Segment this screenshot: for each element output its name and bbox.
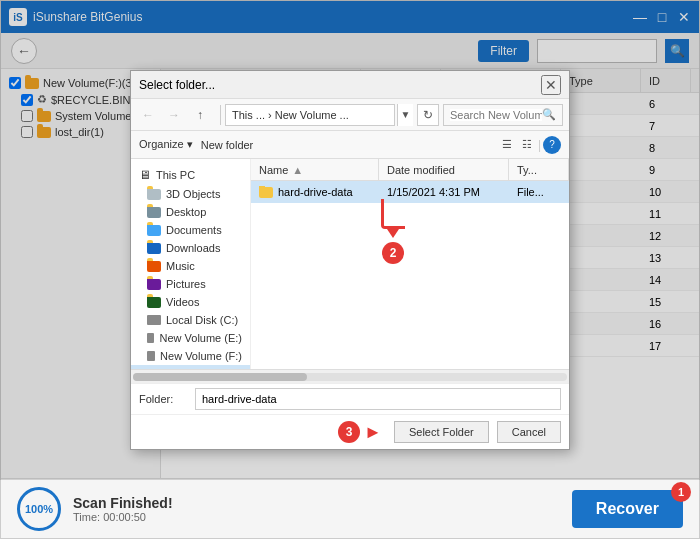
- folder-music-icon: [147, 261, 161, 272]
- dialog-search-input[interactable]: [450, 109, 542, 121]
- step3-annotation: 3 ►: [338, 421, 382, 443]
- dialog-body: 🖥 This PC 3D Objects Desktop Documents D…: [131, 159, 569, 369]
- sidebar-item-music[interactable]: Music: [131, 257, 250, 275]
- dialog-title: Select folder...: [139, 78, 215, 92]
- refresh-button[interactable]: ↻: [417, 104, 439, 126]
- sidebar-item-drivec[interactable]: Local Disk (C:): [131, 311, 250, 329]
- breadcrumb-container: This ... › New Volume ... ▼: [225, 104, 413, 126]
- folder-pics-icon: [147, 279, 161, 290]
- folder-dialog: Select folder... ✕ ← → ↑ This ... › New …: [130, 70, 570, 450]
- dialog-titlebar: Select folder... ✕: [131, 71, 569, 99]
- scan-time: Time: 00:00:50: [73, 511, 572, 523]
- step3-arrow: ►: [364, 422, 382, 443]
- folder-input[interactable]: [195, 388, 561, 410]
- help-button[interactable]: ?: [543, 136, 561, 154]
- dialog-toolbar: Organize ▾ New folder ☰ ☷ | ?: [131, 131, 569, 159]
- drive-c-icon: [147, 315, 161, 325]
- dialog-nav: ← → ↑ This ... › New Volume ... ▼ ↻ 🔍: [131, 99, 569, 131]
- cancel-button[interactable]: Cancel: [497, 421, 561, 443]
- sidebar-item-thispc[interactable]: 🖥 This PC: [131, 165, 250, 185]
- scan-info: Scan Finished! Time: 00:00:50: [73, 495, 572, 523]
- organize-button[interactable]: Organize ▾: [139, 138, 193, 151]
- nav-separator: [215, 105, 221, 125]
- select-folder-button[interactable]: Select Folder: [394, 421, 489, 443]
- folder-desktop-icon: [147, 207, 161, 218]
- sidebar-item-desktop[interactable]: Desktop: [131, 203, 250, 221]
- view-icons: ☰ ☷ | ?: [498, 136, 561, 154]
- folder-docs-icon: [147, 225, 161, 236]
- file-type-cell: File...: [509, 186, 569, 198]
- dialog-search-icon: 🔍: [542, 108, 556, 121]
- dialog-file-header: Name ▲ Date modified Ty...: [251, 159, 569, 181]
- sidebar-item-documents[interactable]: Documents: [131, 221, 250, 239]
- recover-button[interactable]: Recover 1: [572, 490, 683, 528]
- d-col-type: Ty...: [509, 159, 569, 180]
- arrowhead: [385, 226, 401, 238]
- sidebar-item-downloads[interactable]: Downloads: [131, 239, 250, 257]
- step2-annotation: 2: [381, 199, 405, 264]
- dialog-close-button[interactable]: ✕: [541, 75, 561, 95]
- drive-f-icon: [147, 351, 155, 361]
- view-list-button[interactable]: ☰: [498, 136, 516, 154]
- dialog-actions: 3 ► Select Folder Cancel: [131, 414, 569, 449]
- view-grid-button[interactable]: ☷: [518, 136, 536, 154]
- folder-dl-icon: [147, 243, 161, 254]
- step2-badge: 2: [382, 242, 404, 264]
- dialog-folder-row: Folder:: [131, 383, 569, 414]
- sidebar-item-drivef[interactable]: New Volume (F:): [131, 347, 250, 365]
- dialog-file-row[interactable]: hard-drive-data 1/15/2021 4:31 PM File..…: [251, 181, 569, 203]
- file-name-cell: hard-drive-data: [251, 186, 379, 198]
- sidebar-item-videos[interactable]: Videos: [131, 293, 250, 311]
- nav-up-button[interactable]: ↑: [189, 104, 211, 126]
- breadcrumb-dropdown-button[interactable]: ▼: [397, 104, 413, 126]
- nav-back-button[interactable]: ←: [137, 104, 159, 126]
- sort-arrow: ▲: [292, 164, 303, 176]
- bottom-bar: 100% Scan Finished! Time: 00:00:50 Recov…: [1, 478, 699, 538]
- file-folder-icon: [259, 187, 273, 198]
- pc-icon: 🖥: [139, 168, 151, 182]
- breadcrumb-bar[interactable]: This ... › New Volume ...: [225, 104, 395, 126]
- recover-badge: 1: [671, 482, 691, 502]
- step3-badge: 3: [338, 421, 360, 443]
- folder-3d-icon: [147, 189, 161, 200]
- sidebar-item-drivee[interactable]: New Volume (E:): [131, 329, 250, 347]
- scrollbar-track: [133, 373, 567, 381]
- view-divider: |: [538, 138, 541, 152]
- sidebar-item-driveh[interactable]: New Volume (H:): [131, 365, 250, 369]
- progress-circle: 100%: [17, 487, 61, 531]
- sidebar-item-pictures[interactable]: Pictures: [131, 275, 250, 293]
- file-date-cell: 1/15/2021 4:31 PM: [379, 186, 509, 198]
- dialog-search: 🔍: [443, 104, 563, 126]
- sidebar-item-3dobjects[interactable]: 3D Objects: [131, 185, 250, 203]
- dialog-sidebar: 🖥 This PC 3D Objects Desktop Documents D…: [131, 159, 251, 369]
- dialog-file-area: Name ▲ Date modified Ty... hard-drive-da…: [251, 159, 569, 369]
- d-col-name[interactable]: Name ▲: [251, 159, 379, 180]
- nav-forward-button[interactable]: →: [163, 104, 185, 126]
- drive-e-icon: [147, 333, 154, 343]
- folder-videos-icon: [147, 297, 161, 308]
- scan-status: Scan Finished!: [73, 495, 572, 511]
- new-folder-button[interactable]: New folder: [201, 139, 254, 151]
- dialog-scrollbar[interactable]: [131, 369, 569, 383]
- d-col-date: Date modified: [379, 159, 509, 180]
- folder-label: Folder:: [139, 393, 189, 405]
- scrollbar-thumb: [133, 373, 307, 381]
- arrow-shape: [381, 199, 405, 229]
